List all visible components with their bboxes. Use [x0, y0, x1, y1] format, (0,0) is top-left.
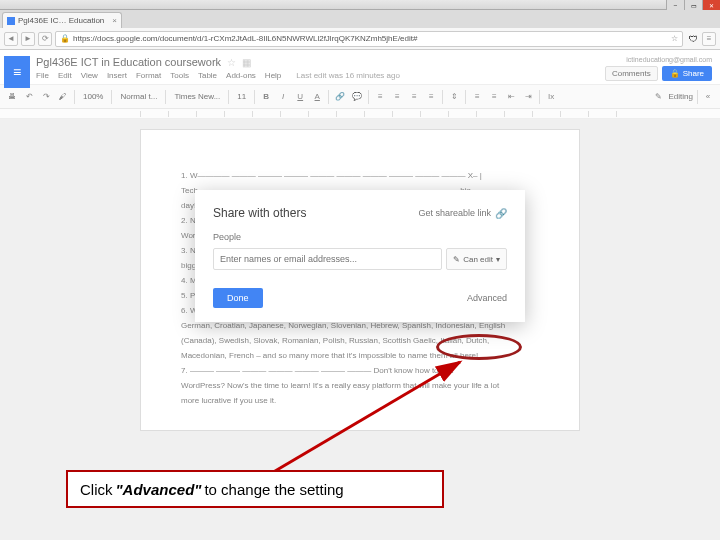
annotation-arrow — [260, 356, 480, 486]
menu-file[interactable]: File — [36, 71, 49, 80]
menu-insert[interactable]: Insert — [107, 71, 127, 80]
chrome-menu-button[interactable]: ≡ — [702, 32, 716, 46]
url-text: https://docs.google.com/document/d/1-rCX… — [73, 34, 417, 43]
people-label: People — [213, 232, 507, 242]
align-justify-icon[interactable]: ≡ — [425, 92, 437, 101]
bookmark-star-icon[interactable]: ☆ — [671, 34, 678, 43]
menu-table[interactable]: Table — [198, 71, 217, 80]
close-tab-icon[interactable]: × — [112, 16, 117, 25]
formatting-toolbar: 🖶 ↶ ↷ 🖌 100% Normal t... Times New... 11… — [0, 85, 720, 109]
pencil-icon: ✎ — [653, 92, 665, 101]
align-center-icon[interactable]: ≡ — [391, 92, 403, 101]
underline-icon[interactable]: U — [294, 92, 306, 101]
docs-header: ≡ Pgl436E ICT in Education coursework ☆ … — [0, 50, 720, 85]
menu-tools[interactable]: Tools — [170, 71, 189, 80]
link-icon[interactable]: 🔗 — [334, 92, 346, 101]
maximize-button[interactable]: ▭ — [684, 0, 702, 10]
menu-help[interactable]: Help — [265, 71, 281, 80]
browser-tab[interactable]: Pgl436E IC… Education × — [2, 12, 122, 28]
folder-icon[interactable]: ▦ — [242, 57, 251, 68]
lock-icon: 🔒 — [60, 34, 70, 43]
advanced-link[interactable]: Advanced — [467, 293, 507, 303]
minimize-button[interactable]: – — [666, 0, 684, 10]
text-color-icon[interactable]: A — [311, 92, 323, 101]
close-window-button[interactable]: ✕ — [702, 0, 720, 10]
star-icon[interactable]: ☆ — [227, 57, 236, 68]
document-title[interactable]: Pgl436E ICT in Education coursework — [36, 56, 221, 68]
docs-favicon — [7, 17, 15, 25]
link-icon: 🔗 — [495, 208, 507, 219]
back-button[interactable]: ◄ — [4, 32, 18, 46]
url-input[interactable]: 🔒 https://docs.google.com/document/d/1-r… — [55, 31, 683, 47]
clear-format-icon[interactable]: Ix — [545, 92, 557, 101]
mode-select[interactable]: Editing — [669, 92, 693, 101]
extension-icon[interactable]: 🛡 — [686, 32, 700, 46]
svg-line-0 — [270, 362, 460, 474]
share-dialog: Share with others Get shareable link 🔗 P… — [195, 190, 525, 322]
comment-icon[interactable]: 💬 — [351, 92, 363, 101]
bulleted-list-icon[interactable]: ≡ — [488, 92, 500, 101]
print-icon[interactable]: 🖶 — [6, 92, 18, 101]
chevron-up-icon[interactable]: « — [702, 92, 714, 101]
address-bar: ◄ ► ⟳ 🔒 https://docs.google.com/document… — [0, 28, 720, 50]
pencil-icon: ✎ — [453, 255, 460, 264]
font-select[interactable]: Times New... — [171, 92, 223, 101]
menu-format[interactable]: Format — [136, 71, 161, 80]
zoom-select[interactable]: 100% — [80, 92, 106, 101]
people-input[interactable] — [213, 248, 442, 270]
font-size-select[interactable]: 11 — [234, 92, 249, 101]
numbered-list-icon[interactable]: ≡ — [471, 92, 483, 101]
paint-format-icon[interactable]: 🖌 — [57, 92, 69, 101]
tab-strip: Pgl436E IC… Education × — [0, 10, 720, 28]
menu-edit[interactable]: Edit — [58, 71, 72, 80]
line-spacing-icon[interactable]: ⇕ — [448, 92, 460, 101]
menu-view[interactable]: View — [81, 71, 98, 80]
window-titlebar: – ▭ ✕ — [0, 0, 720, 10]
undo-icon[interactable]: ↶ — [23, 92, 35, 101]
bold-icon[interactable]: B — [260, 92, 272, 101]
paragraph-style-select[interactable]: Normal t... — [117, 92, 160, 101]
italic-icon[interactable]: I — [277, 92, 289, 101]
lock-icon: 🔒 — [670, 69, 680, 78]
annotation-circle — [436, 334, 522, 360]
redo-icon[interactable]: ↷ — [40, 92, 52, 101]
indent-less-icon[interactable]: ⇤ — [505, 92, 517, 101]
tab-title: Pgl436E IC… Education — [18, 16, 104, 25]
reload-button[interactable]: ⟳ — [38, 32, 52, 46]
forward-button[interactable]: ► — [21, 32, 35, 46]
docs-logo-icon[interactable]: ≡ — [4, 56, 30, 88]
dialog-title: Share with others — [213, 206, 306, 220]
permission-dropdown[interactable]: ✎ Can edit ▾ — [446, 248, 507, 270]
annotation-callout: Click "Advanced" to change the setting — [66, 470, 444, 508]
align-left-icon[interactable]: ≡ — [374, 92, 386, 101]
account-email[interactable]: ictineducationg@gmail.com — [626, 56, 712, 63]
share-button[interactable]: 🔒 Share — [662, 66, 712, 81]
done-button[interactable]: Done — [213, 288, 263, 308]
comments-button[interactable]: Comments — [605, 66, 658, 81]
indent-more-icon[interactable]: ⇥ — [522, 92, 534, 101]
get-shareable-link[interactable]: Get shareable link 🔗 — [418, 208, 507, 219]
last-edit-text: Last edit was 16 minutes ago — [296, 71, 400, 80]
menu-addons[interactable]: Add-ons — [226, 71, 256, 80]
chevron-down-icon: ▾ — [496, 255, 500, 264]
ruler[interactable] — [0, 109, 720, 119]
align-right-icon[interactable]: ≡ — [408, 92, 420, 101]
